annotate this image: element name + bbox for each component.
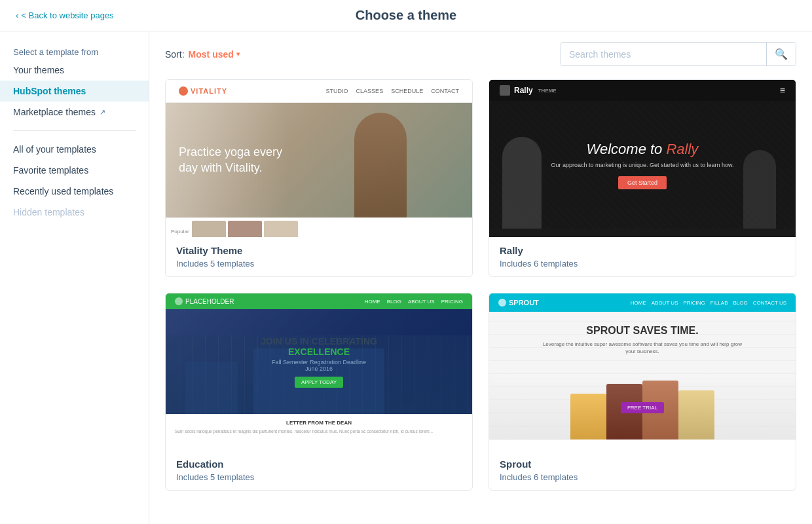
theme-info-education: Education Includes 5 templates: [166, 451, 472, 490]
rally-menu-icon: ≡: [780, 85, 785, 96]
theme-preview-sprout: SPROUT HOMEABOUT USPRICINGFILLABBLOGCONT…: [489, 293, 796, 451]
theme-card-sprout[interactable]: SPROUT HOMEABOUT USPRICINGFILLABBLOGCONT…: [489, 293, 796, 491]
search-box: 🔍: [561, 42, 796, 66]
sidebar-item-label-favorite-templates: Favorite templates: [13, 165, 88, 176]
sprout-hero-title: SPROUT SAVES TIME.: [502, 325, 783, 337]
sidebar-item-your-themes[interactable]: Your themes: [0, 60, 149, 81]
theme-count-sprout: Includes 6 templates: [500, 472, 785, 482]
sidebar-item-label-your-themes: Your themes: [13, 65, 64, 75]
theme-name-sprout: Sprout: [500, 458, 785, 470]
theme-info-vitality: Vitality Theme Includes 5 templates: [166, 237, 472, 276]
sidebar-item-label-hubspot-themes: HubSpot themes: [13, 86, 86, 96]
edu-hero-sub: Fall Semester Registration DeadlineJune …: [261, 359, 377, 372]
back-arrow: ‹: [16, 10, 18, 20]
theme-card-rally[interactable]: Rally THEME ≡ Welcome to Rally: [489, 79, 796, 277]
sort-value: Most used: [189, 49, 234, 60]
vitality-nav: VITALITY STUDIOCLASSESSCHEDULECONTACT: [166, 80, 472, 103]
themes-grid: VITALITY STUDIOCLASSESSCHEDULECONTACT Pr…: [165, 79, 796, 491]
search-input[interactable]: [561, 44, 766, 65]
sort-label: Sort:: [165, 49, 185, 60]
vitality-hero-text: Practice yoga everyday with Vitality.: [166, 132, 295, 189]
theme-preview-education: PLACEHOLDER HOMEBLOGABOUT USPRICING JOIN…: [166, 293, 472, 451]
edu-letter: LETTER FROM THE DEAN Sum soclis natoque …: [166, 414, 472, 440]
vitality-logo: VITALITY: [179, 86, 227, 96]
theme-info-sprout: Sprout Includes 6 templates: [489, 451, 796, 490]
theme-card-education[interactable]: PLACEHOLDER HOMEBLOGABOUT USPRICING JOIN…: [165, 293, 473, 491]
sidebar-item-all-templates[interactable]: All of your templates: [0, 139, 149, 160]
theme-count-education: Includes 5 templates: [176, 472, 462, 482]
sidebar-item-recent-templates[interactable]: Recently used templates: [0, 181, 149, 202]
sidebar-item-label-recent-templates: Recently used templates: [13, 186, 113, 196]
sprout-hero-content: SPROUT SAVES TIME. Leverage the intuitiv…: [489, 312, 796, 368]
edu-hero: JOIN US IN CELEBRATINGEXCELLENCE Fall Se…: [166, 309, 472, 414]
sidebar: Select a template from Your themes HubSp…: [0, 31, 149, 524]
rally-hero-content: Welcome to Rally Our approach to marketi…: [551, 141, 733, 189]
sprout-logo: SPROUT: [498, 299, 539, 307]
sprout-free-trial-btn[interactable]: FREE TRIAL: [621, 402, 664, 413]
sidebar-item-hidden-templates: Hidden templates: [0, 202, 149, 223]
sidebar-divider: [13, 130, 136, 131]
edu-logo: PLACEHOLDER: [175, 297, 234, 305]
rally-hero: Welcome to Rally Our approach to marketi…: [489, 101, 796, 229]
back-link[interactable]: ‹ < Back to website pages: [16, 10, 114, 20]
main-content: Sort: Most used ▾ 🔍: [149, 31, 812, 524]
rally-logo: Rally THEME: [500, 85, 557, 96]
theme-preview-rally: Rally THEME ≡ Welcome to Rally: [489, 80, 796, 237]
sidebar-item-label-hidden-templates: Hidden templates: [13, 207, 84, 217]
rally-nav: Rally THEME ≡: [489, 80, 796, 101]
sidebar-item-label-all-templates: All of your templates: [13, 144, 96, 155]
sprout-nav: SPROUT HOMEABOUT USPRICINGFILLABBLOGCONT…: [489, 293, 796, 312]
search-button[interactable]: 🔍: [766, 43, 796, 66]
theme-name-education: Education: [176, 458, 462, 470]
sidebar-section-label: Select a template from: [0, 42, 149, 60]
sidebar-item-favorite-templates[interactable]: Favorite templates: [0, 160, 149, 181]
edu-hero-content: JOIN US IN CELEBRATINGEXCELLENCE Fall Se…: [254, 329, 384, 394]
theme-count-rally: Includes 6 templates: [500, 259, 785, 269]
rally-hero-title: Welcome to Rally: [551, 141, 733, 158]
sort-control: Sort: Most used ▾: [165, 49, 240, 60]
sidebar-item-marketplace-themes[interactable]: Marketplace themes ↗: [0, 102, 149, 122]
edu-apply-btn[interactable]: APPLY TODAY: [295, 377, 343, 388]
sidebar-item-label-marketplace-themes: Marketplace themes: [13, 107, 96, 117]
edu-nav-links: HOMEBLOGABOUT USPRICING: [365, 299, 463, 305]
edu-nav: PLACEHOLDER HOMEBLOGABOUT USPRICING: [166, 293, 472, 309]
rally-get-started-btn[interactable]: Get Started: [618, 176, 667, 189]
toolbar: Sort: Most used ▾ 🔍: [165, 42, 796, 66]
theme-name-vitality: Vitality Theme: [176, 245, 462, 256]
page-title: Choose a theme: [356, 8, 456, 23]
theme-preview-vitality: VITALITY STUDIOCLASSESSCHEDULECONTACT Pr…: [166, 80, 472, 237]
top-bar: ‹ < Back to website pages Choose a theme: [0, 0, 812, 31]
theme-info-rally: Rally Includes 6 templates: [489, 237, 796, 276]
back-link-text: < Back to website pages: [21, 10, 113, 20]
sort-dropdown[interactable]: Most used ▾: [189, 49, 240, 60]
theme-card-vitality[interactable]: VITALITY STUDIOCLASSESSCHEDULECONTACT Pr…: [165, 79, 473, 277]
theme-name-rally: Rally: [500, 245, 785, 256]
sprout-hero-sub: Leverage the intuitive super awesome sof…: [502, 341, 783, 355]
sidebar-item-hubspot-themes[interactable]: HubSpot themes: [0, 81, 149, 102]
sprout-hero: SPROUT SAVES TIME. Leverage the intuitiv…: [489, 312, 796, 440]
main-layout: Select a template from Your themes HubSp…: [0, 31, 812, 524]
sprout-nav-links: HOMEABOUT USPRICINGFILLABBLOGCONTACT US: [631, 300, 786, 306]
rally-hero-sub: Our approach to marketing is unique. Get…: [551, 162, 733, 168]
vitality-nav-links: STUDIOCLASSESSCHEDULECONTACT: [326, 88, 459, 94]
search-icon: 🔍: [775, 48, 788, 60]
edu-hero-title: JOIN US IN CELEBRATINGEXCELLENCE: [261, 336, 377, 357]
vitality-hero: Practice yoga everyday with Vitality.: [166, 103, 472, 217]
chevron-down-icon: ▾: [236, 50, 240, 58]
external-link-icon: ↗: [100, 108, 105, 117]
theme-count-vitality: Includes 5 templates: [176, 259, 462, 269]
